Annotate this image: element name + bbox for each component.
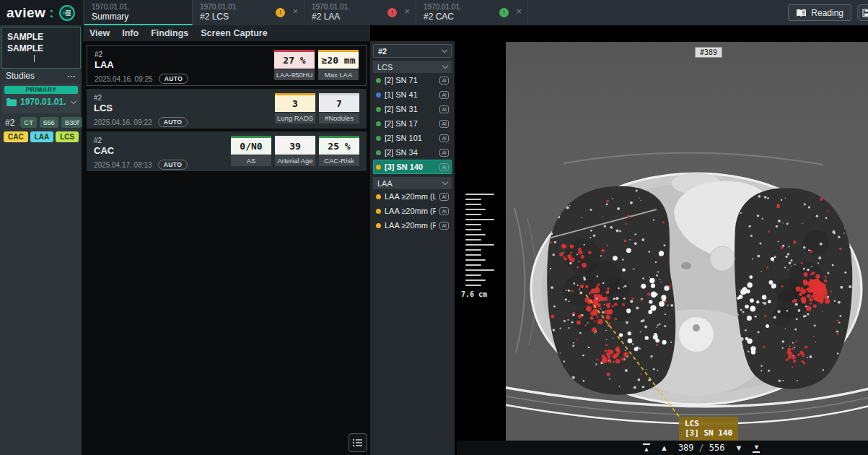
status-warning-icon: ! (276, 8, 285, 17)
close-icon[interactable]: × (404, 6, 410, 17)
ruler-tick (465, 280, 486, 281)
metric-laa950: 27 % LAA-950HU (274, 50, 315, 80)
status-dot (376, 209, 381, 214)
first-slice-button[interactable]: ▲ (643, 443, 650, 453)
module-badges: CAC LAA LCS (0, 131, 82, 142)
status-dot (376, 136, 381, 141)
ruler-tick (465, 274, 481, 276)
ruler-length-label: 7.6 cm (461, 290, 487, 298)
reading-button[interactable]: Reading (788, 4, 851, 21)
scale-ruler (465, 194, 499, 290)
studies-title: Studies (6, 71, 68, 81)
ruler-tick (465, 244, 494, 246)
ruler-tick (465, 219, 494, 220)
ai-badge: AI (439, 91, 449, 99)
menu-view[interactable]: View (89, 28, 110, 38)
finding-item[interactable]: [1] SN 41 AI (373, 87, 452, 102)
total-slices: 556 (709, 443, 725, 453)
slice-navigation-bar: ▲ ▲ 389 / 556 ▼ ▼ (457, 441, 868, 455)
close-icon[interactable]: × (292, 6, 298, 17)
finding-item[interactable]: LAA ≥20mm (L... AI (373, 189, 452, 204)
badge-lcs[interactable]: LCS (56, 131, 79, 142)
tab-lcs[interactable]: 1970.01.01. #2 LCS ! × (193, 0, 304, 25)
studies-menu-icon[interactable]: ••• (68, 73, 76, 79)
save-icon (862, 9, 868, 17)
ct-axial-image[interactable] (506, 42, 868, 441)
ruler-tick (465, 224, 481, 225)
series-row[interactable]: #2 CT 556 B30f (0, 117, 82, 128)
ruler-tick (465, 259, 486, 261)
summary-card-laa[interactable]: #2 LAA 2025.04.16. 09:25 AUTO 27 % LAA-9… (87, 45, 367, 86)
series-select[interactable]: #2 (373, 44, 452, 58)
text-caret (34, 55, 35, 62)
card-datetime: 2025.04.17. 08:13 (94, 161, 152, 169)
finding-item[interactable]: [2] SN 101 AI (373, 131, 452, 145)
status-ok-icon: ! (499, 8, 509, 17)
finding-item-selected[interactable]: [3] SN 140 AI (373, 160, 452, 174)
auto-badge: AUTO (159, 74, 189, 84)
badge-cac[interactable]: CAC (4, 131, 28, 142)
ruler-tick (465, 209, 486, 210)
metric-nodules: 7 #Nodules (319, 93, 359, 124)
tab-title: Summary (92, 12, 185, 22)
status-dot (376, 165, 381, 170)
finding-item[interactable]: [2] SN 71 AI (373, 73, 452, 87)
book-icon (796, 9, 807, 17)
layout-list-button[interactable] (348, 433, 367, 452)
finding-item[interactable]: [2] SN 34 AI (373, 145, 452, 160)
study-card[interactable]: PRIMARY 1970.01.01. (2, 84, 80, 113)
findings-panel: #2 LCS [2] SN 71 AI [1] SN 41 AI [2] SN … (370, 41, 457, 455)
badge-laa[interactable]: LAA (30, 131, 54, 142)
series-tag-count: 556 (40, 117, 58, 128)
patient-name-box[interactable]: SAMPLE SAMPLE (1, 27, 81, 69)
status-error-icon: ! (387, 8, 397, 17)
summary-panel: #2 LAA 2025.04.16. 09:25 AUTO 27 % LAA-9… (83, 41, 370, 455)
chevron-down-icon (442, 47, 447, 53)
first-slice-icon: ▲ (644, 446, 650, 453)
status-dot (376, 107, 381, 112)
status-dot (376, 78, 381, 83)
metric-as: 0/N0 AS (231, 136, 271, 166)
group-header-laa[interactable]: LAA (373, 177, 452, 189)
close-icon[interactable]: × (516, 6, 522, 17)
ruler-tick (465, 249, 481, 251)
folder-icon (6, 98, 17, 106)
slice-counter: 389 / 556 (678, 443, 725, 453)
finding-item[interactable]: [2] SN 17 AI (373, 116, 452, 131)
ruler-tick (465, 234, 486, 235)
summary-card-lcs[interactable]: #2 LCS 2025.04.16. 09:22 AUTO 3 Lung RAD… (87, 89, 367, 129)
menubar: View Info Findings Screen Capture (83, 25, 370, 41)
last-slice-button[interactable]: ▼ (753, 443, 760, 453)
chevron-down-icon[interactable] (71, 98, 76, 103)
group-header-lcs[interactable]: LCS (373, 61, 452, 73)
menu-info[interactable]: Info (122, 28, 139, 38)
status-dot (376, 223, 381, 228)
finding-item[interactable]: LAA ≥20mm (R... AI (373, 218, 452, 233)
ruler-tick (465, 204, 481, 205)
next-slice-button[interactable]: ▼ (735, 444, 743, 451)
logo-colon: : (49, 5, 53, 21)
menu-screen-capture[interactable]: Screen Capture (201, 28, 267, 38)
summary-card-cac[interactable]: #2 CAC 2025.04.17. 08:13 AUTO 0/N0 AS 39… (87, 131, 367, 171)
ct-viewer[interactable]: 7.6 cm #389 LCS [3] SN 140 ▲ ▲ 389 / 556… (457, 41, 868, 455)
metric-cac-risk: 25 % CAC-Risk (319, 136, 359, 166)
sidebar: SAMPLE SAMPLE Studies ••• PRIMARY 1970.0… (0, 25, 83, 455)
app-logo: aview: (0, 0, 83, 25)
tab-summary[interactable]: 1970.01.01. Summary (84, 0, 193, 25)
card-datetime: 2025.04.16. 09:22 (94, 118, 152, 126)
finding-item[interactable]: LAA ≥20mm (R... AI (373, 204, 452, 218)
save-button-partial[interactable] (859, 4, 868, 21)
finding-tooltip: LCS [3] SN 140 (679, 417, 738, 441)
status-dot (376, 150, 381, 155)
list-icon (353, 438, 363, 447)
status-dot (376, 121, 381, 126)
tab-laa[interactable]: 1970.01.01. #2 LAA ! × (304, 0, 416, 25)
ai-badge: AI (439, 134, 449, 142)
tab-cac[interactable]: 1970.01.01. #2 CAC ! × (416, 0, 528, 25)
primary-badge: PRIMARY (4, 86, 78, 94)
ai-badge: AI (439, 163, 449, 171)
menu-findings[interactable]: Findings (151, 28, 188, 38)
patient-name-line1: SAMPLE (7, 31, 75, 43)
finding-item[interactable]: [2] SN 31 AI (373, 102, 452, 116)
previous-slice-button[interactable]: ▲ (660, 444, 668, 451)
